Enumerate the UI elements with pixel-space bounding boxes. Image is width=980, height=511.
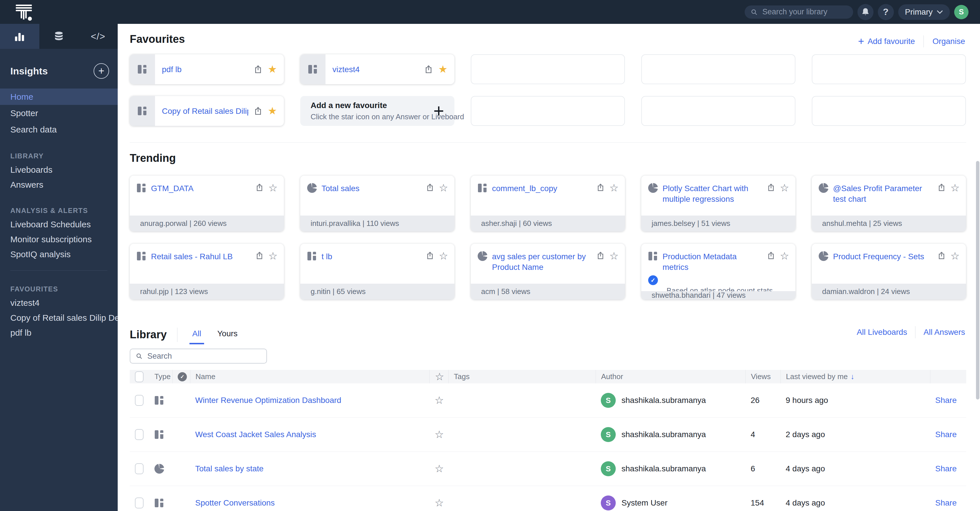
trending-card-title[interactable]: Plotly Scatter Chart with multiple regre… bbox=[662, 183, 762, 204]
star-outline-icon[interactable]: ☆ bbox=[434, 464, 444, 474]
star-outline-icon[interactable]: ☆ bbox=[780, 183, 789, 193]
user-avatar[interactable]: S bbox=[954, 5, 969, 19]
verified-filter-icon[interactable]: ✓ bbox=[178, 372, 187, 382]
tab-yours[interactable]: Yours bbox=[215, 325, 240, 344]
sidebar-link[interactable]: Liveboards bbox=[0, 162, 118, 177]
favourite-card-title[interactable]: Copy of Retail sales Dilip Demo bbox=[162, 106, 248, 117]
star-outline-icon[interactable]: ☆ bbox=[439, 251, 448, 261]
sidebar-link[interactable]: viztest4 bbox=[0, 295, 118, 310]
table-row[interactable]: Total sales by state ☆ Sshashikala.subra… bbox=[130, 452, 966, 486]
tab-data[interactable] bbox=[39, 24, 79, 49]
favourite-card[interactable]: viztest4 ★ bbox=[300, 54, 454, 84]
share-icon[interactable] bbox=[767, 183, 775, 192]
share-icon[interactable] bbox=[253, 65, 262, 74]
share-icon[interactable] bbox=[255, 183, 264, 192]
thoughtspot-logo-icon[interactable] bbox=[15, 3, 33, 21]
row-checkbox[interactable] bbox=[135, 395, 143, 406]
tab-all[interactable]: All bbox=[189, 325, 204, 344]
tab-develop[interactable]: </> bbox=[78, 24, 118, 49]
tab-insights[interactable] bbox=[0, 24, 39, 49]
help-button[interactable]: ? bbox=[878, 4, 894, 20]
column-last-viewed[interactable]: Last viewed by me↓ bbox=[781, 370, 930, 383]
sidebar-link[interactable]: pdf lb bbox=[0, 325, 118, 340]
share-icon[interactable] bbox=[424, 65, 433, 74]
row-share-button[interactable]: Share bbox=[935, 396, 957, 405]
trending-card[interactable]: @Sales Profit Parameter test chart ☆ ans… bbox=[812, 176, 966, 232]
share-icon[interactable] bbox=[937, 183, 946, 192]
share-icon[interactable] bbox=[767, 251, 775, 260]
share-icon[interactable] bbox=[426, 251, 434, 260]
star-outline-icon[interactable]: ☆ bbox=[434, 396, 444, 405]
share-icon[interactable] bbox=[253, 106, 262, 115]
library-search[interactable] bbox=[130, 349, 267, 364]
sidebar-link[interactable]: Monitor subscriptions bbox=[0, 232, 118, 247]
star-outline-icon[interactable]: ☆ bbox=[268, 251, 278, 261]
star-outline-icon[interactable]: ☆ bbox=[268, 183, 278, 193]
column-views[interactable]: Views bbox=[746, 370, 781, 383]
share-icon[interactable] bbox=[596, 183, 605, 192]
trending-card[interactable]: Product Frequency - Sets ☆ damian.waldro… bbox=[812, 244, 966, 299]
star-outline-icon[interactable]: ☆ bbox=[609, 251, 619, 261]
favourite-card[interactable]: pdf lb ★ bbox=[130, 54, 284, 84]
table-row[interactable]: West Coast Jacket Sales Analysis ☆ Sshas… bbox=[130, 418, 966, 452]
trending-card-title[interactable]: Retail sales - Rahul LB bbox=[151, 251, 251, 262]
sidebar-item-search-data[interactable]: Search data bbox=[0, 121, 118, 138]
star-filled-icon[interactable]: ★ bbox=[268, 106, 277, 116]
all-liveboards-link[interactable]: All Liveboards bbox=[857, 327, 907, 337]
table-row[interactable]: Winter Revenue Optimization Dashboard ☆ … bbox=[130, 383, 966, 418]
row-share-button[interactable]: Share bbox=[935, 464, 957, 473]
share-icon[interactable] bbox=[937, 251, 946, 260]
all-answers-link[interactable]: All Answers bbox=[923, 327, 965, 337]
trending-card[interactable]: Total sales ☆ inturi.pravallika | 110 vi… bbox=[300, 176, 454, 232]
star-outline-icon[interactable]: ☆ bbox=[780, 251, 789, 261]
row-name-link[interactable]: Total sales by state bbox=[195, 464, 264, 473]
trending-card-title[interactable]: t lb bbox=[321, 251, 421, 262]
share-icon[interactable] bbox=[426, 183, 434, 192]
trending-card-title[interactable]: GTM_DATA bbox=[151, 183, 251, 194]
trending-card-title[interactable]: Production Metadata metrics bbox=[662, 251, 762, 273]
scrollbar-thumb[interactable] bbox=[976, 161, 979, 399]
star-outline-icon[interactable]: ☆ bbox=[434, 498, 444, 508]
org-switcher[interactable]: Primary bbox=[898, 4, 950, 20]
sidebar-link[interactable]: Liveboard Schedules bbox=[0, 217, 118, 232]
trending-card-title[interactable]: @Sales Profit Parameter test chart bbox=[833, 183, 933, 204]
row-name-link[interactable]: Winter Revenue Optimization Dashboard bbox=[195, 396, 341, 405]
select-all-checkbox[interactable] bbox=[135, 371, 143, 382]
sidebar-link[interactable]: Copy of Retail sales Dilip Demo bbox=[0, 310, 118, 325]
table-row[interactable]: Spotter Conversations ☆ SSystem User 154… bbox=[130, 486, 966, 511]
add-new-favourite-card[interactable]: Add a new favourite Click the star icon … bbox=[300, 96, 454, 126]
star-outline-icon[interactable]: ☆ bbox=[609, 183, 619, 193]
share-icon[interactable] bbox=[596, 251, 605, 260]
row-checkbox[interactable] bbox=[135, 429, 143, 440]
star-outline-icon[interactable]: ☆ bbox=[439, 183, 448, 193]
notifications-button[interactable] bbox=[858, 4, 873, 20]
sidebar-link[interactable]: SpotIQ analysis bbox=[0, 247, 118, 262]
star-filled-icon[interactable]: ★ bbox=[438, 64, 447, 74]
star-outline-icon[interactable]: ☆ bbox=[434, 430, 444, 439]
add-favourite-button[interactable]: +Add favourite bbox=[858, 36, 915, 46]
row-name-link[interactable]: West Coast Jacket Sales Analysis bbox=[195, 430, 316, 439]
trending-card[interactable]: t lb ☆ g.nitin | 65 views bbox=[300, 244, 454, 299]
star-column-icon[interactable]: ☆ bbox=[435, 372, 444, 382]
sidebar-link[interactable]: Answers bbox=[0, 177, 118, 192]
star-outline-icon[interactable]: ☆ bbox=[950, 251, 959, 261]
star-filled-icon[interactable]: ★ bbox=[268, 64, 277, 74]
favourite-card-title[interactable]: viztest4 bbox=[332, 64, 419, 75]
trending-card[interactable]: Production Metadata metrics ☆ ✓ Based on… bbox=[641, 244, 795, 299]
global-search[interactable] bbox=[745, 5, 853, 19]
row-share-button[interactable]: Share bbox=[935, 430, 957, 439]
trending-card[interactable]: Retail sales - Rahul LB ☆ rahul.pjp | 12… bbox=[130, 244, 284, 299]
new-insight-button[interactable]: + bbox=[94, 63, 109, 79]
trending-card-title[interactable]: Product Frequency - Sets bbox=[833, 251, 933, 262]
sidebar-item-spotter[interactable]: Spotter bbox=[0, 105, 118, 121]
trending-card-title[interactable]: Total sales bbox=[321, 183, 421, 194]
row-name-link[interactable]: Spotter Conversations bbox=[195, 498, 275, 508]
trending-card[interactable]: avg sales per customer by Product Name ☆… bbox=[471, 244, 625, 299]
global-search-input[interactable] bbox=[762, 7, 847, 17]
row-share-button[interactable]: Share bbox=[935, 498, 957, 508]
row-checkbox[interactable] bbox=[135, 463, 143, 474]
favourite-card[interactable]: Copy of Retail sales Dilip Demo ★ bbox=[130, 96, 284, 126]
trending-card[interactable]: GTM_DATA ☆ anurag.porwal | 260 views bbox=[130, 176, 284, 232]
organise-button[interactable]: Organise bbox=[932, 37, 965, 46]
row-checkbox[interactable] bbox=[135, 498, 143, 508]
